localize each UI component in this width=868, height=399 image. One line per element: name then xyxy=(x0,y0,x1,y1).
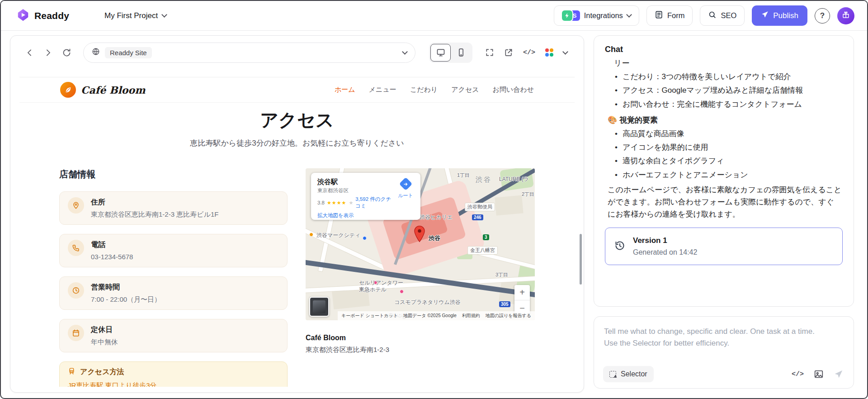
map-block-label: 3丁目 xyxy=(495,271,508,278)
reviews-link[interactable]: 3,592 件のクチコミ xyxy=(355,196,393,209)
site-nav-contact[interactable]: お問い合わせ xyxy=(493,86,534,94)
help-button[interactable]: ? xyxy=(815,8,830,24)
card-label: 住所 xyxy=(91,197,218,207)
report-error-link[interactable]: 地図の誤りを報告する xyxy=(486,313,531,319)
train-icon xyxy=(68,367,75,377)
fullscreen-icon[interactable] xyxy=(485,48,494,57)
chat-bullet: アイコンを効果的に使用 xyxy=(614,141,842,153)
chat-section-heading: 🎨 視覚的要素 xyxy=(608,114,842,126)
map-data-credit: 地図データ ©2025 Google xyxy=(403,313,457,319)
topbar: Readdy My First Project S Integrations F… xyxy=(1,1,867,31)
terms-link[interactable]: 利用規約 xyxy=(462,313,480,319)
back-button[interactable] xyxy=(25,48,34,57)
seo-label: SEO xyxy=(721,11,736,20)
imagery-thumbnail[interactable] xyxy=(309,297,329,317)
form-icon xyxy=(655,10,663,21)
route-shield-246: 246 xyxy=(472,214,483,220)
map-label-cosmo: コスモプラネタリウム渋谷 xyxy=(394,299,461,306)
map-label-hikarie: 渋谷ヒカリエ xyxy=(420,214,453,221)
insert-image-icon[interactable] xyxy=(814,369,824,379)
publish-label: Publish xyxy=(773,11,798,20)
hotel-poi-dot xyxy=(363,236,367,240)
brand-name: Readdy xyxy=(34,10,69,21)
reload-button[interactable] xyxy=(62,48,71,57)
globe-icon xyxy=(92,48,100,57)
chevron-down-icon xyxy=(626,12,632,18)
forward-button[interactable] xyxy=(43,48,53,57)
site-nav-menu[interactable]: メニュー xyxy=(369,86,396,94)
zoom-in-button[interactable]: + xyxy=(514,285,530,300)
rating-stars-icon: ★★★★ xyxy=(327,200,346,206)
chat-bullet: 適切な余白とタイポグラフィ xyxy=(614,155,842,167)
bolt-integration-icon xyxy=(562,10,572,21)
browser-nav xyxy=(25,48,71,57)
chevron-down-icon xyxy=(161,12,167,18)
brand: Readdy xyxy=(16,8,69,24)
hours-card: 営業時間7:00 - 22:00（月〜日） xyxy=(59,276,288,310)
chat-bullet: お問い合わせ：完全に機能するコンタクトフォーム xyxy=(614,98,842,110)
card-label: 電話 xyxy=(91,240,133,250)
poi-dot xyxy=(309,233,313,237)
phone-card: 電話03-1234-5678 xyxy=(59,234,288,267)
map-column: 渋谷マークシティ セルリアンタワー 東急ホテル コスモプラネタリウム渋谷 金王八… xyxy=(306,168,535,387)
card-value: 年中無休 xyxy=(91,337,118,347)
site-logo[interactable]: Café Bloom xyxy=(60,82,145,98)
map-attribution: キーボード ショートカット 地図データ ©2025 Google 利用規約 地図… xyxy=(338,311,535,320)
seo-button[interactable]: SEO xyxy=(700,5,745,26)
avatar[interactable] xyxy=(837,7,854,24)
card-label: 定休日 xyxy=(91,325,118,335)
design-tool-icon[interactable] xyxy=(545,48,553,57)
url-bar[interactable]: Readdy Site xyxy=(83,43,415,63)
route-button[interactable]: ルート xyxy=(395,179,416,199)
composer-placeholder: Tell me what to change, specific and cle… xyxy=(604,326,844,349)
chat-composer[interactable]: Tell me what to change, specific and cle… xyxy=(594,316,854,389)
map-district-label: 渋谷 xyxy=(476,176,492,184)
map-label-markcity: 渋谷マークシティ xyxy=(316,232,360,239)
mobile-view-button[interactable] xyxy=(451,44,471,62)
phone-icon xyxy=(68,240,84,256)
site-body: アクセス 恵比寿駅から徒歩3分の好立地。お気軽にお立ち寄りください 店舗情報 住… xyxy=(19,103,575,387)
insert-code-icon[interactable]: </> xyxy=(792,370,804,378)
site-nav-features[interactable]: こだわり xyxy=(410,86,438,94)
desktop-view-button[interactable] xyxy=(430,44,451,62)
chat-messages: リー こだわり：3つの特徴を美しいレイアウトで紹介 アクセス：Googleマップ… xyxy=(594,57,854,220)
send-icon[interactable] xyxy=(834,369,844,379)
version-card[interactable]: Version 1 Generated on 14:42 xyxy=(605,228,843,265)
location-pin-icon xyxy=(68,197,84,214)
google-map-embed[interactable]: 渋谷マークシティ セルリアンタワー 東急ホテル コスモプラネタリウム渋谷 金王八… xyxy=(306,168,535,320)
device-toggle xyxy=(429,43,472,63)
site-brand-name: Café Bloom xyxy=(81,84,145,96)
chat-truncated-line: リー xyxy=(608,57,842,69)
keyboard-shortcuts-link[interactable]: キーボード ショートカット xyxy=(341,313,398,319)
route-shield-305: 305 xyxy=(499,301,510,307)
form-button[interactable]: Form xyxy=(646,5,693,26)
site-nav-access[interactable]: アクセス xyxy=(451,86,479,94)
integrations-button[interactable]: S Integrations xyxy=(554,5,639,26)
chat-panel: Chat リー こだわり：3つの特徴を美しいレイアウトで紹介 アクセス：Goog… xyxy=(594,35,854,307)
holiday-card: 定休日年中無休 xyxy=(59,319,288,352)
integrations-label: Integrations xyxy=(584,11,623,20)
open-external-icon[interactable] xyxy=(504,48,513,57)
place-area: 東京都渋谷区 xyxy=(317,187,393,194)
preview-panel: Readdy Site </> Café xyxy=(10,35,584,393)
project-switcher[interactable]: My First Project xyxy=(104,11,166,20)
chat-closing-paragraph: このホームページで、お客様に素敵なカフェの雰囲気を伝えることができます。お問い合… xyxy=(608,184,842,221)
chevron-down-icon[interactable] xyxy=(562,49,568,55)
preview-scrollbar[interactable] xyxy=(580,234,582,285)
form-label: Form xyxy=(667,11,685,20)
site-nav-home[interactable]: ホーム xyxy=(335,86,355,94)
clock-icon xyxy=(68,282,84,299)
site-badge: Readdy Site xyxy=(105,47,152,58)
map-label-konno: 金王八幡宮 xyxy=(467,246,498,255)
publish-button[interactable]: Publish xyxy=(752,5,807,26)
access-label: アクセス方法 xyxy=(80,367,124,377)
station-pin-label: 渋谷 xyxy=(429,234,440,242)
chevron-down-icon[interactable] xyxy=(402,49,408,55)
site-header: Café Bloom ホーム メニュー こだわり アクセス お問い合わせ xyxy=(19,77,575,103)
readdy-logo-icon xyxy=(16,8,30,24)
expand-map-link[interactable]: 拡大地図を表示 xyxy=(317,212,354,219)
selector-button[interactable]: Selector xyxy=(603,366,654,382)
code-icon[interactable]: </> xyxy=(523,49,535,57)
map-label-lature: LATURE (ラ xyxy=(499,176,529,183)
place-rating: 3.8 xyxy=(317,200,325,205)
